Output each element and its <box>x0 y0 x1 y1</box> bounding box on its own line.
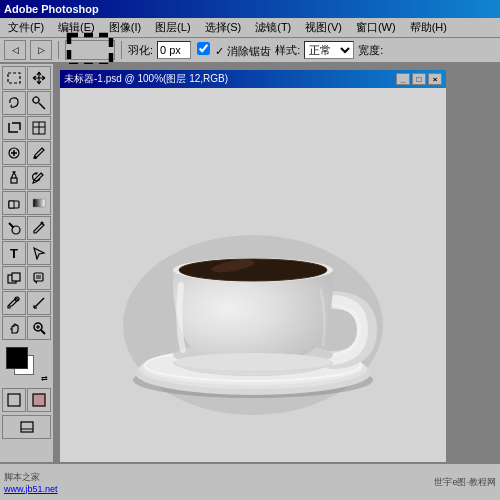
coffee-cup-illustration <box>103 125 403 435</box>
marquee-rect-tool[interactable] <box>2 66 26 90</box>
main-area: T <box>0 64 500 500</box>
svg-rect-19 <box>9 201 14 208</box>
tool-row-8: T <box>2 241 51 265</box>
close-button[interactable]: × <box>428 73 442 85</box>
gradient-tool[interactable] <box>27 191 51 215</box>
watermark-right: 世宇e图·教程网 <box>434 476 496 489</box>
document-title: 未标器-1.psd @ 100%(图层 12,RGB) <box>64 72 228 86</box>
screen-mode-btn[interactable] <box>2 415 51 439</box>
nav-forward-button[interactable]: ▷ <box>30 40 52 60</box>
tool-row-1 <box>2 66 51 90</box>
feather-label: 羽化: <box>128 43 153 58</box>
antialias-label: ✓ 消除锯齿 <box>195 42 271 59</box>
tool-row-6 <box>2 191 51 215</box>
svg-rect-38 <box>8 394 20 406</box>
style-label: 样式: <box>275 43 300 58</box>
style-select[interactable]: 正常 固定比例 固定大小 <box>304 41 354 59</box>
path-select-tool[interactable] <box>27 241 51 265</box>
svg-line-2 <box>39 103 45 109</box>
eyedropper-tool[interactable] <box>2 291 26 315</box>
options-bar: ◁ ▷ 羽化: ✓ 消除锯齿 样式: 正常 固定比例 固定大小 宽度: <box>0 38 500 64</box>
mask-mode-row <box>2 388 51 412</box>
title-bar: Adobe Photoshop <box>0 0 500 18</box>
tool-row-9 <box>2 266 51 290</box>
standard-mode-btn[interactable] <box>2 388 26 412</box>
color-swatch-container: ⇄ <box>6 347 48 383</box>
restore-button[interactable]: □ <box>412 73 426 85</box>
svg-rect-39 <box>33 394 45 406</box>
svg-rect-0 <box>69 35 111 65</box>
document-window: 未标器-1.psd @ 100%(图层 12,RGB) _ □ × <box>58 68 448 474</box>
type-icon: T <box>10 246 18 261</box>
menu-help[interactable]: 帮助(H) <box>404 18 453 37</box>
type-tool[interactable]: T <box>2 241 26 265</box>
move-tool[interactable] <box>27 66 51 90</box>
stamp-tool[interactable] <box>2 166 26 190</box>
notes-tool[interactable] <box>27 266 51 290</box>
menu-filter[interactable]: 滤镜(T) <box>249 18 297 37</box>
zoom-tool[interactable] <box>27 316 51 340</box>
svg-rect-15 <box>11 178 17 183</box>
tool-row-7 <box>2 216 51 240</box>
document-titlebar-buttons: _ □ × <box>396 73 442 85</box>
rect-marquee-btn[interactable] <box>65 40 115 60</box>
shape-tool[interactable] <box>2 266 26 290</box>
tool-row-10 <box>2 291 51 315</box>
eraser-tool[interactable] <box>2 191 26 215</box>
pen-tool[interactable] <box>27 216 51 240</box>
menu-file[interactable]: 文件(F) <box>2 18 50 37</box>
separator-1 <box>58 41 59 59</box>
watermark-label-2: 世宇e图·教程网 <box>434 477 496 487</box>
svg-point-56 <box>175 353 331 371</box>
minimize-button[interactable]: _ <box>396 73 410 85</box>
tool-row-4 <box>2 141 51 165</box>
svg-rect-26 <box>34 273 43 281</box>
magic-wand-tool[interactable] <box>27 91 51 115</box>
brush-tool[interactable] <box>27 141 51 165</box>
app-title: Adobe Photoshop <box>4 3 99 15</box>
switch-colors-icon[interactable]: ⇄ <box>41 374 48 383</box>
tool-row-3 <box>2 116 51 140</box>
width-label: 宽度: <box>358 43 383 58</box>
foreground-color-swatch[interactable] <box>6 347 28 369</box>
screen-mode-row <box>2 415 51 439</box>
bottom-bar: 脚本之家 www.jb51.net 世宇e图·教程网 <box>0 462 500 500</box>
slice-tool[interactable] <box>27 116 51 140</box>
dodge-tool[interactable] <box>2 216 26 240</box>
toolbox: T <box>0 64 54 500</box>
menu-layer[interactable]: 图层(L) <box>149 18 196 37</box>
document-titlebar: 未标器-1.psd @ 100%(图层 12,RGB) _ □ × <box>60 70 446 88</box>
svg-rect-40 <box>21 422 33 432</box>
svg-line-22 <box>9 223 14 228</box>
svg-line-35 <box>41 330 45 334</box>
svg-line-30 <box>34 298 44 308</box>
history-brush-tool[interactable] <box>27 166 51 190</box>
watermark-left: 脚本之家 www.jb51.net <box>4 471 58 494</box>
nav-back-button[interactable]: ◁ <box>4 40 26 60</box>
crop-tool[interactable] <box>2 116 26 140</box>
watermark-label-1: 脚本之家 <box>4 471 58 484</box>
tool-row-5 <box>2 166 51 190</box>
svg-rect-1 <box>8 73 20 83</box>
measure-tool[interactable] <box>27 291 51 315</box>
menu-window[interactable]: 窗口(W) <box>350 18 402 37</box>
separator-2 <box>121 41 122 59</box>
svg-point-23 <box>41 222 44 225</box>
svg-point-14 <box>34 156 37 159</box>
tool-row-2 <box>2 91 51 115</box>
feather-input[interactable] <box>157 41 191 59</box>
svg-rect-25 <box>12 273 20 281</box>
svg-rect-20 <box>33 199 45 207</box>
menu-view[interactable]: 视图(V) <box>299 18 348 37</box>
document-content <box>60 88 446 472</box>
tool-row-11 <box>2 316 51 340</box>
menu-select[interactable]: 选择(S) <box>199 18 248 37</box>
svg-point-3 <box>33 97 39 103</box>
antialias-checkbox[interactable] <box>197 42 210 55</box>
hand-tool[interactable] <box>2 316 26 340</box>
canvas-area: 未标器-1.psd @ 100%(图层 12,RGB) _ □ × <box>54 64 500 500</box>
lasso-tool[interactable] <box>2 91 26 115</box>
quick-mask-btn[interactable] <box>27 388 51 412</box>
watermark-url-1: www.jb51.net <box>4 484 58 494</box>
heal-tool[interactable] <box>2 141 26 165</box>
